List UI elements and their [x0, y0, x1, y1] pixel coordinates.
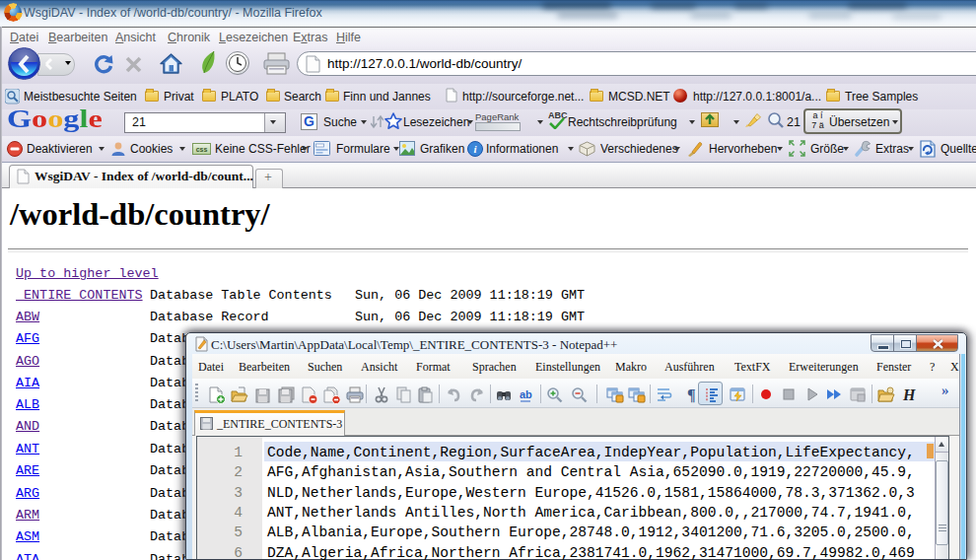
svg-text:¶: ¶	[687, 386, 696, 403]
svg-text:ab: ab	[520, 388, 532, 400]
svg-text:H: H	[902, 386, 916, 403]
